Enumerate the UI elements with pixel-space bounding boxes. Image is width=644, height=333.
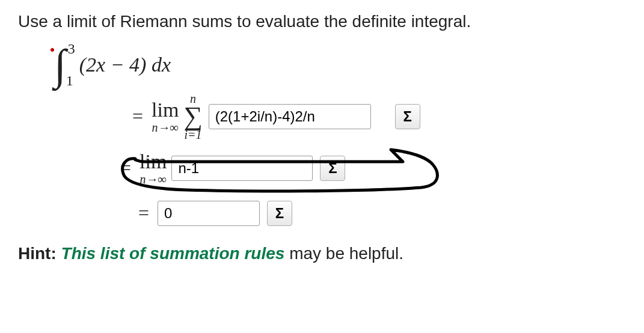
sigma-palette-button-3[interactable]: Σ	[267, 201, 292, 226]
hint-rest: may be helpful.	[284, 244, 403, 263]
limit-block: lim n→∞	[140, 151, 167, 185]
limit-block: lim n→∞	[152, 100, 179, 133]
step2-input[interactable]	[171, 156, 313, 181]
integral-upper-limit: 3	[68, 41, 75, 56]
question-text: Use a limit of Riemann sums to evaluate …	[18, 12, 626, 31]
integral-lower-limit: 1	[66, 73, 73, 88]
lim-text: lim	[152, 100, 179, 120]
sigma-block: n ∑ i=1	[183, 93, 202, 141]
step1-input[interactable]	[209, 104, 371, 129]
hint-link[interactable]: This list of summation rules	[61, 244, 285, 263]
hint-row: Hint: This list of summation rules may b…	[18, 244, 626, 263]
sigma-symbol: ∑	[183, 105, 202, 129]
sigma-palette-button-2[interactable]: Σ	[320, 156, 345, 181]
integrand: (2x − 4) dx	[79, 53, 171, 76]
equals-sign: =	[120, 157, 131, 179]
red-dot-marker	[50, 47, 55, 52]
lim-text: lim	[140, 151, 167, 172]
lim-subscript: n→∞	[140, 173, 167, 185]
equals-sign: =	[132, 105, 143, 127]
step-3-row: = Σ	[138, 201, 626, 226]
integral-expression: ∫ 3 1 (2x − 4) dx	[54, 43, 626, 87]
integral-sign: ∫ 3 1	[54, 43, 66, 87]
step3-input[interactable]	[158, 201, 260, 226]
sigma-palette-button-1[interactable]: Σ	[395, 104, 420, 129]
step-2-row: = lim n→∞ Σ	[120, 151, 626, 185]
equals-sign: =	[138, 202, 149, 224]
hint-label: Hint:	[18, 244, 61, 263]
step-1-row: = lim n→∞ n ∑ i=1 Σ	[132, 93, 626, 141]
lim-subscript: n→∞	[152, 121, 179, 133]
sigma-lower: i=1	[185, 129, 202, 141]
